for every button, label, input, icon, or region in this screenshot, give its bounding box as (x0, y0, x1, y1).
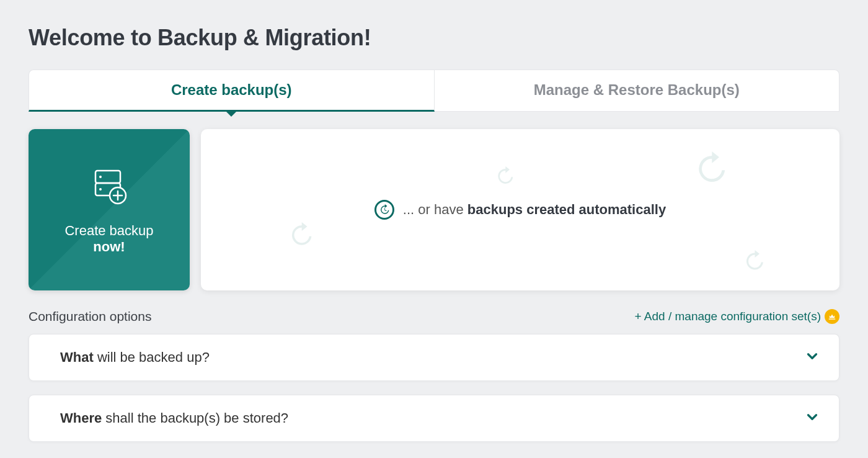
chevron-down-icon (804, 348, 820, 367)
history-icon (288, 222, 314, 248)
accordion-where-stored[interactable]: Where shall the backup(s) be stored? (29, 395, 839, 442)
accordion-question: Where shall the backup(s) be stored? (60, 410, 288, 426)
svg-point-2 (99, 176, 102, 178)
accordion-what-text: will be backed up? (94, 349, 210, 365)
create-backup-now-button[interactable]: Create backup now! (29, 129, 190, 290)
create-backup-label-line1: Create backup (64, 223, 153, 239)
tab-bar: Create backup(s) Manage & Restore Backup… (29, 70, 839, 112)
accordion-where-bold: Where (60, 410, 102, 426)
accordion-where-text: shall the backup(s) be stored? (102, 410, 288, 426)
history-icon (374, 200, 394, 220)
accordion-what-bold: What (60, 349, 94, 365)
history-icon (743, 250, 765, 272)
auto-backup-card[interactable]: ... or have backups created automaticall… (201, 129, 839, 290)
tab-manage-restore[interactable]: Manage & Restore Backup(s) (435, 70, 840, 112)
configuration-options-label: Configuration options (29, 309, 151, 324)
accordion-what-backed-up[interactable]: What will be backed up? (29, 334, 839, 381)
add-manage-configuration-link[interactable]: + Add / manage configuration set(s) (635, 309, 839, 324)
tab-create-backups[interactable]: Create backup(s) (29, 70, 435, 112)
auto-backup-text: ... or have backups created automaticall… (403, 202, 666, 218)
auto-backup-prefix: ... or have (403, 202, 467, 217)
add-config-link-text: + Add / manage configuration set(s) (635, 310, 821, 323)
auto-backup-strong: backups created automatically (467, 202, 666, 217)
svg-point-3 (99, 188, 102, 191)
page-title: Welcome to Backup & Migration! (29, 25, 839, 51)
create-backup-label-line2: now! (93, 239, 125, 255)
accordion-question: What will be backed up? (60, 349, 210, 366)
chevron-down-icon (804, 409, 820, 428)
history-icon (693, 151, 728, 186)
crown-premium-icon (825, 309, 839, 324)
server-plus-icon (87, 164, 131, 212)
history-icon (495, 166, 515, 186)
